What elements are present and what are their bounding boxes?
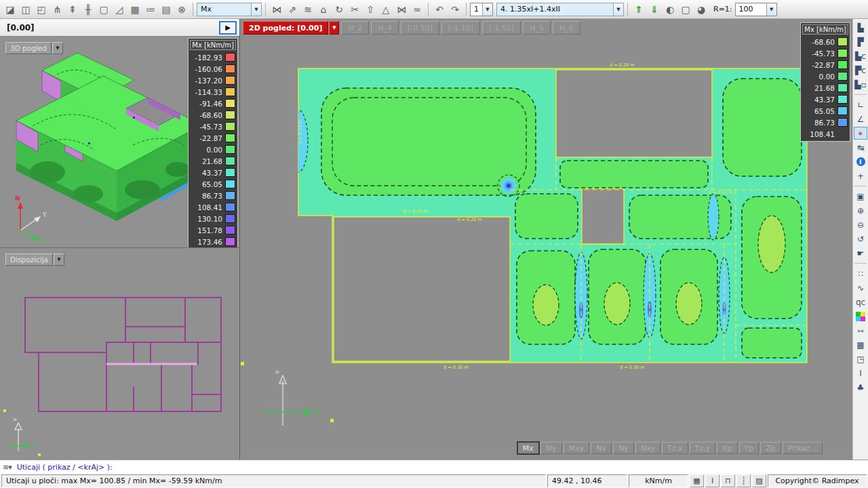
roof-delete-icon[interactable]: ⋈ (269, 2, 284, 17)
grid-points-icon[interactable]: ∷ (854, 267, 867, 280)
undo-icon[interactable]: ↶ (432, 2, 447, 17)
close-view-icon[interactable]: ⊗ (174, 2, 189, 17)
dimension-icon[interactable]: ↹ (854, 141, 867, 154)
main-2d-view[interactable]: d = 0.23 md = 0.20 md = 0.20 md = 0.23 m… (240, 19, 852, 460)
rotate-icon[interactable]: ↻ (332, 2, 347, 17)
expand-panel-button[interactable]: ▶ (219, 21, 237, 35)
level-tab-H_6[interactable]: H_6 (553, 21, 580, 35)
load-case-select[interactable]: 4. 1.35xI+1.4xII ▼ (496, 3, 624, 16)
polyline-icon[interactable]: ∿ (854, 281, 867, 294)
ibeam-icon[interactable]: I (854, 367, 867, 380)
contrast-icon[interactable]: ◐ (663, 2, 677, 17)
result-tab-Mxy[interactable]: Mxy (564, 442, 590, 454)
redo-icon[interactable]: ↷ (448, 2, 462, 17)
result-tab-Xp[interactable]: Xp (717, 442, 738, 454)
stairs-view-icon[interactable]: ◿ (112, 2, 127, 17)
chevron-down-icon[interactable]: ▼ (766, 3, 776, 16)
chevron-down-icon[interactable]: ▼ (251, 3, 261, 16)
level-tab-H_2[interactable]: H_2 (341, 21, 369, 35)
target-point-icon[interactable]: ⌖ (854, 127, 867, 140)
chevron-down-icon[interactable]: ▼ (52, 42, 63, 54)
table-view-icon[interactable]: ▤ (159, 2, 174, 17)
view-3d-mode-button[interactable]: 3D pogled ▼ (5, 42, 63, 54)
result-tab-My[interactable]: My (540, 442, 562, 454)
section-icon[interactable]: qc (854, 296, 867, 308)
command-line[interactable]: ≡▾ Uticaji ( prikaz / <krAj> ): (0, 460, 868, 474)
grid-toggle-button[interactable]: ▦ (690, 474, 704, 487)
zoom-previous-icon[interactable]: ↺ (854, 232, 867, 245)
hatch-toggle-button[interactable]: ▨ (752, 474, 766, 487)
contour-plot-canvas[interactable]: d = 0.23 md = 0.20 md = 0.20 md = 0.23 m… (240, 19, 852, 441)
plate-view-icon[interactable]: ◰ (34, 2, 49, 17)
diagram-right-icon[interactable]: ▛ (854, 35, 867, 48)
wave-icon[interactable]: ≈ (410, 2, 425, 17)
level-up-icon[interactable]: ⇗ (285, 2, 300, 17)
box-3d-icon[interactable]: ◳ (854, 352, 867, 365)
dimension-10-icon[interactable]: ⇿ (854, 324, 867, 337)
osnap-toggle-button[interactable]: ┆ (736, 474, 751, 487)
dispozicija-panel[interactable]: Dispozicija ▼ (0, 248, 239, 460)
result-tab-Prikaz[interactable]: Prikaz... (783, 442, 823, 454)
mesh-icon[interactable]: ▩ (854, 338, 867, 351)
save-results-icon[interactable]: ⇓ (647, 2, 662, 17)
render-shaded-icon[interactable]: ◫ (18, 2, 33, 17)
pattern-icon[interactable]: ⋈ (394, 2, 409, 17)
angle-icon[interactable]: ∠ (854, 113, 867, 125)
zoom-in-icon[interactable]: ⊕ (854, 204, 867, 217)
result-tab-Zp[interactable]: Zp (760, 442, 781, 454)
dispozicija-mode-button[interactable]: Dispozicija ▼ (5, 253, 64, 266)
dispozicija-canvas[interactable]: > x (0, 248, 239, 460)
chevron-down-icon[interactable]: ▼ (613, 3, 623, 16)
axes-icon[interactable]: ∟ (854, 98, 867, 111)
render-solid-icon[interactable]: ◪ (3, 2, 18, 17)
command-history-icon[interactable]: ≡▾ (3, 463, 12, 472)
palette-icon[interactable] (854, 310, 867, 323)
rotate-view-icon[interactable]: ◕ (694, 2, 709, 17)
cut-icon[interactable]: ✂ (347, 2, 362, 17)
chevron-down-icon[interactable]: ▼ (54, 253, 64, 266)
load-results-icon[interactable]: ⇑ (631, 2, 646, 17)
level-tab-H_4[interactable]: H_4 (371, 21, 399, 35)
result-component-select[interactable]: Mx ▼ (197, 3, 262, 16)
cursor-toggle-button[interactable]: I (705, 474, 719, 487)
result-tab-Tzx[interactable]: Tz,x (662, 442, 688, 454)
supports-view-icon[interactable]: ⋔ (50, 2, 64, 17)
result-tab-Ny[interactable]: Ny (613, 442, 634, 454)
level-number-select[interactable]: 1 ▼ (470, 3, 493, 16)
mesh-view-icon[interactable]: ▢ (96, 2, 111, 17)
raise-icon[interactable]: ⇧ (363, 2, 378, 17)
diagram-values-icon[interactable]: ▙▫ (854, 78, 867, 91)
diagram-left-icon[interactable]: ▙ (854, 21, 867, 34)
chevron-down-icon[interactable]: ▼ (329, 21, 339, 35)
extrude-icon[interactable]: △ (378, 2, 393, 17)
result-tab-Yp[interactable]: Yp (739, 442, 760, 454)
selection-window-icon[interactable]: ▢ (678, 2, 693, 17)
tree-icon[interactable]: ♣ (854, 381, 867, 394)
house-icon[interactable]: ⌂ (316, 2, 331, 17)
level-tab--110[interactable]: [-1.10] (441, 21, 480, 35)
info-icon[interactable]: i (854, 155, 867, 168)
ortho-toggle-button[interactable]: ⊓ (721, 474, 735, 487)
levels-list-icon[interactable]: ≔ (143, 2, 158, 17)
move-icon[interactable]: + (854, 169, 867, 182)
level-tab-H_5[interactable]: H_5 (523, 21, 551, 35)
zoom-out-icon[interactable]: ⊖ (854, 218, 867, 231)
view-3d-panel[interactable]: 3D pogled ▼ (0, 37, 239, 248)
result-tab-Mx[interactable]: Mx (517, 442, 539, 454)
columns-view-icon[interactable]: ▦ (127, 2, 142, 17)
active-level-tab[interactable]: 2D pogled: [0.00] ▼ (243, 21, 339, 35)
loads-view-icon[interactable]: ⇞ (65, 2, 80, 17)
level-tab--050[interactable]: [-0.50] (401, 21, 439, 35)
roof-edit-icon[interactable]: ≋ (300, 2, 315, 17)
result-tab-Nxy[interactable]: Nxy (635, 442, 660, 454)
frame-view-icon[interactable]: ╫ (81, 2, 96, 17)
pan-icon[interactable]: ☛ (854, 247, 867, 260)
result-tab-Nx[interactable]: Nx (591, 442, 612, 454)
zoom-window-icon[interactable]: ▣ (854, 190, 867, 203)
scale-select[interactable]: 100 ▼ (735, 3, 777, 16)
level-tab--150[interactable]: [-1.50] (482, 21, 521, 35)
diagram-left-c-icon[interactable]: ▙c (854, 49, 867, 62)
chevron-down-icon[interactable]: ▼ (482, 3, 492, 16)
result-tab-Tzy[interactable]: Tz,y (690, 442, 716, 454)
diagram-right-c-icon[interactable]: ▛c (854, 64, 867, 77)
